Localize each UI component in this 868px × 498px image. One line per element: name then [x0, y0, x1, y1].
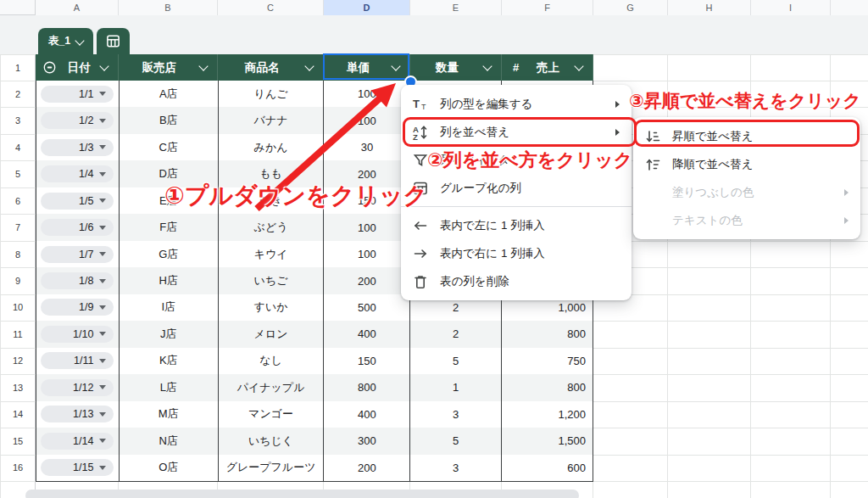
- date-dropdown-chip[interactable]: 1/4: [41, 165, 114, 182]
- cell-product[interactable]: ぶどう: [219, 214, 325, 241]
- menu-item-降順で並べ替え[interactable]: 降順で並べ替え: [633, 150, 860, 178]
- row-number-16[interactable]: 16: [0, 455, 36, 481]
- column-letter-B[interactable]: B: [119, 0, 218, 15]
- row-number-8[interactable]: 8: [0, 241, 36, 267]
- cell-product[interactable]: パイナップル: [219, 374, 325, 401]
- column-letter-F[interactable]: F: [502, 0, 593, 15]
- cell-price[interactable]: 200: [324, 267, 410, 294]
- cell-store[interactable]: I店: [120, 294, 219, 322]
- row-number-11[interactable]: 11: [0, 321, 36, 347]
- date-dropdown-chip[interactable]: 1/13: [41, 406, 114, 422]
- horizontal-scrollbar[interactable]: [25, 490, 579, 498]
- column-header-販売店[interactable]: 販売店: [119, 54, 218, 81]
- cell-date[interactable]: 1/8: [36, 267, 120, 294]
- cell-date[interactable]: 1/2: [36, 107, 120, 134]
- column-header-単価[interactable]: 単価: [324, 54, 410, 81]
- cell-date[interactable]: 1/12: [36, 374, 120, 401]
- table-options-tab[interactable]: [97, 28, 130, 54]
- cell-store[interactable]: O店: [120, 455, 219, 482]
- cell-quantity[interactable]: 3: [410, 401, 502, 428]
- cell-sales[interactable]: 800: [502, 321, 593, 348]
- column-letter-H[interactable]: H: [668, 0, 751, 15]
- date-dropdown-chip[interactable]: 1/11: [41, 352, 114, 369]
- cell-store[interactable]: H店: [120, 267, 219, 294]
- cell-quantity[interactable]: 5: [410, 348, 502, 375]
- cell-store[interactable]: F店: [120, 214, 219, 241]
- row-number-6[interactable]: 6: [0, 187, 36, 214]
- cell-price[interactable]: 500: [324, 294, 410, 322]
- cell-product[interactable]: みかん: [219, 134, 325, 161]
- column-dropdown-chevron-icon[interactable]: [574, 61, 583, 70]
- cell-quantity[interactable]: 5: [410, 428, 502, 455]
- column-letter-G[interactable]: G: [593, 0, 668, 15]
- column-letter-E[interactable]: E: [410, 0, 502, 15]
- cell-store[interactable]: B店: [120, 107, 219, 134]
- cell-date[interactable]: 1/7: [36, 241, 120, 268]
- cell-store[interactable]: G店: [120, 241, 219, 268]
- cell-product[interactable]: キウイ: [219, 241, 325, 268]
- menu-item-列を並べ替え[interactable]: AZ列を並べ替え: [401, 118, 632, 146]
- menu-item-テキストの色[interactable]: テキストの色: [633, 206, 860, 234]
- cell-product[interactable]: メロン: [219, 321, 325, 348]
- cell-store[interactable]: C店: [120, 134, 219, 161]
- cell-quantity[interactable]: 3: [410, 455, 502, 482]
- cell-product[interactable]: グレープフルーツ: [219, 455, 325, 482]
- row-number-15[interactable]: 15: [0, 428, 36, 454]
- date-dropdown-chip[interactable]: 1/12: [41, 379, 114, 396]
- cell-quantity[interactable]: 1: [410, 374, 502, 401]
- sheet-corner[interactable]: [0, 0, 36, 15]
- cell-product[interactable]: マンゴー: [219, 401, 325, 428]
- cell-price[interactable]: 400: [324, 401, 410, 428]
- cell-date[interactable]: 1/15: [36, 455, 120, 482]
- cell-date[interactable]: 1/10: [36, 321, 120, 348]
- cell-date[interactable]: 1/9: [36, 294, 120, 322]
- cell-date[interactable]: 1/5: [36, 187, 120, 215]
- cell-product[interactable]: バナナ: [219, 107, 325, 134]
- column-letter-I[interactable]: I: [751, 0, 831, 15]
- cell-product[interactable]: いちじく: [219, 428, 325, 455]
- column-dropdown-chevron-icon[interactable]: [304, 61, 314, 70]
- date-dropdown-chip[interactable]: 1/6: [41, 219, 114, 236]
- cell-price[interactable]: 100: [324, 241, 410, 268]
- row-number-3[interactable]: 3: [0, 107, 36, 133]
- column-dropdown-chevron-icon[interactable]: [482, 61, 492, 70]
- date-dropdown-chip[interactable]: 1/15: [41, 459, 114, 476]
- cell-sales[interactable]: 600: [502, 455, 593, 482]
- column-header-数量[interactable]: 数量: [410, 54, 502, 81]
- menu-item-昇順で並べ替え[interactable]: 昇順で並べ替え: [633, 122, 860, 150]
- menu-item-グループ化の列[interactable]: グループ化の列: [401, 174, 632, 202]
- date-dropdown-chip[interactable]: 1/10: [41, 326, 114, 343]
- cell-price[interactable]: 150: [324, 348, 410, 375]
- menu-item-表の列を削除[interactable]: 表の列を削除: [401, 267, 632, 295]
- column-letter-D[interactable]: D: [324, 0, 410, 15]
- table-name-tab[interactable]: 表_1: [38, 28, 93, 54]
- cell-product[interactable]: りんご: [219, 81, 325, 108]
- menu-item-表内で右に 1 列挿入[interactable]: 表内で右に 1 列挿入: [401, 239, 632, 267]
- cell-product[interactable]: なし: [219, 348, 325, 375]
- cell-price[interactable]: 100: [324, 107, 410, 134]
- cell-date[interactable]: 1/4: [36, 160, 120, 187]
- menu-item-表内で左に 1 列挿入[interactable]: 表内で左に 1 列挿入: [401, 211, 632, 239]
- cell-store[interactable]: N店: [120, 428, 219, 455]
- row-number-4[interactable]: 4: [0, 134, 36, 160]
- cell-price[interactable]: 200: [324, 455, 410, 482]
- column-letter-C[interactable]: C: [218, 0, 324, 15]
- cell-product[interactable]: いちご: [219, 267, 325, 294]
- cell-sales[interactable]: 1,200: [502, 401, 593, 428]
- cell-price[interactable]: 400: [324, 321, 410, 348]
- date-dropdown-chip[interactable]: 1/14: [41, 433, 114, 450]
- cell-sales[interactable]: 1,500: [502, 428, 593, 455]
- column-dropdown-chevron-icon[interactable]: [198, 61, 208, 70]
- row-number-10[interactable]: 10: [0, 294, 36, 321]
- row-number-5[interactable]: 5: [0, 160, 36, 187]
- cell-store[interactable]: A店: [120, 81, 219, 108]
- row-number-13[interactable]: 13: [0, 374, 36, 400]
- row-number-9[interactable]: 9: [0, 267, 36, 294]
- menu-item-列の型を編集する[interactable]: TT列の型を編集する: [401, 90, 632, 118]
- cell-store[interactable]: J店: [120, 321, 219, 348]
- column-dropdown-chevron-icon[interactable]: [391, 61, 400, 70]
- cell-date[interactable]: 1/11: [36, 348, 120, 375]
- date-dropdown-chip[interactable]: 1/3: [41, 139, 114, 156]
- row-number-12[interactable]: 12: [0, 348, 36, 374]
- column-header-日付[interactable]: 日付: [36, 54, 119, 81]
